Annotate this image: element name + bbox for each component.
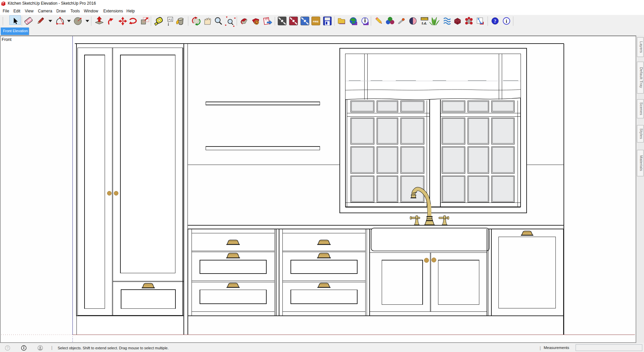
svg-text:?: ? <box>494 19 496 24</box>
svg-text:?: ? <box>7 346 9 350</box>
svg-text:i: i <box>506 19 507 24</box>
svg-text:f.d.: f.d. <box>422 21 427 25</box>
svg-text:A1: A1 <box>168 18 172 21</box>
svg-text:FIRE: FIRE <box>313 20 319 23</box>
